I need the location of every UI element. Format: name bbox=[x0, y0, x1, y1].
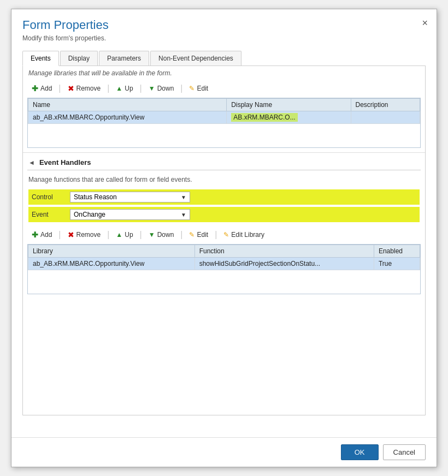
tab-parameters[interactable]: Parameters bbox=[99, 51, 149, 66]
event-select-value: OnChange bbox=[74, 211, 178, 218]
remove-icon: ✖ bbox=[68, 84, 74, 93]
event-row: Event OnChange ▼ bbox=[28, 207, 420, 222]
dialog-title: Form Properties bbox=[22, 18, 426, 32]
eh-col-enabled: Enabled bbox=[374, 245, 420, 258]
eh-edit-icon: ✎ bbox=[189, 231, 194, 239]
eh-grid-inner: Library Function Enabled ab_AB.xRM.MBARC… bbox=[28, 245, 420, 294]
libraries-toolbar: ✚ Add | ✖ Remove | ▲ Up | ▼ Down | bbox=[23, 79, 425, 98]
eh-divider bbox=[27, 170, 421, 170]
eh-down-button[interactable]: ▼ Down bbox=[144, 229, 179, 240]
dialog-body: Events Display Parameters Non-Event Depe… bbox=[11, 46, 437, 437]
eh-toolbar: ✚ Add | ✖ Remove | ▲ Up | ▼ Down | bbox=[23, 225, 425, 244]
eh-cell-enabled: True bbox=[374, 258, 420, 270]
event-handlers-header: ◄ Event Handlers bbox=[23, 152, 425, 170]
eh-edit-library-button[interactable]: ✎ Edit Library bbox=[219, 229, 269, 240]
eh-edit-button[interactable]: ✎ Edit bbox=[185, 229, 213, 240]
down-icon: ▼ bbox=[149, 85, 155, 92]
ok-button[interactable]: OK bbox=[341, 444, 379, 460]
cell-display-name: AB.xRM.MBARC.O... bbox=[227, 111, 351, 124]
dialog-subtitle: Modify this form's properties. bbox=[22, 34, 426, 42]
col-description: Description bbox=[351, 99, 420, 111]
control-label: Control bbox=[32, 193, 70, 201]
tab-content-events: Manage libraries that will be available … bbox=[22, 66, 426, 415]
add-icon: ✚ bbox=[32, 84, 38, 93]
event-label: Event bbox=[32, 211, 70, 218]
libraries-note: Manage libraries that will be available … bbox=[23, 66, 425, 79]
eh-sep1: | bbox=[58, 230, 61, 240]
libraries-remove-button[interactable]: ✖ Remove bbox=[63, 82, 105, 94]
control-select-arrow-icon: ▼ bbox=[181, 194, 186, 200]
libraries-table: Name Display Name Description ab_AB.xRM.… bbox=[28, 98, 420, 124]
eh-sep5: | bbox=[215, 230, 217, 240]
sep4: | bbox=[180, 84, 182, 93]
tab-non-event-dependencies[interactable]: Non-Event Dependencies bbox=[150, 51, 241, 66]
eh-remove-button[interactable]: ✖ Remove bbox=[63, 229, 105, 241]
cancel-button[interactable]: Cancel bbox=[383, 444, 426, 460]
eh-up-icon: ▲ bbox=[116, 231, 122, 239]
sep2: | bbox=[107, 84, 109, 93]
libraries-up-button[interactable]: ▲ Up bbox=[111, 83, 137, 94]
form-properties-dialog: Form Properties Modify this form's prope… bbox=[11, 9, 437, 467]
sep3: | bbox=[140, 84, 142, 93]
control-select[interactable]: Status Reason ▼ bbox=[70, 192, 190, 203]
libraries-grid-wrapper: Name Display Name Description ab_AB.xRM.… bbox=[27, 98, 421, 148]
eh-sep2: | bbox=[107, 230, 109, 240]
libraries-grid-inner: Name Display Name Description ab_AB.xRM.… bbox=[28, 98, 420, 147]
cell-description bbox=[351, 111, 420, 124]
col-display-name: Display Name bbox=[227, 99, 351, 111]
libraries-edit-button[interactable]: ✎ Edit bbox=[185, 83, 213, 94]
close-button[interactable]: × bbox=[422, 18, 428, 28]
display-name-highlight: AB.xRM.MBARC.O... bbox=[231, 113, 297, 122]
sep1: | bbox=[58, 84, 61, 93]
event-select-arrow-icon: ▼ bbox=[181, 212, 186, 218]
eh-grid-wrapper: Library Function Enabled ab_AB.xRM.MBARC… bbox=[27, 244, 421, 294]
control-row: Control Status Reason ▼ bbox=[28, 189, 420, 205]
control-select-value: Status Reason bbox=[74, 193, 178, 201]
tab-events[interactable]: Events bbox=[22, 51, 59, 66]
table-row[interactable]: ab_AB.xRM.MBARC.Opportunity.View AB.xRM.… bbox=[28, 111, 420, 124]
dialog-header: Form Properties Modify this form's prope… bbox=[11, 9, 437, 46]
cell-name: ab_AB.xRM.MBARC.Opportunity.View bbox=[28, 111, 227, 124]
eh-edit-library-icon: ✎ bbox=[223, 231, 229, 239]
eh-cell-library: ab_AB.xRM.MBARC.Opportunity.View bbox=[28, 258, 195, 270]
tab-display[interactable]: Display bbox=[60, 51, 98, 66]
col-name: Name bbox=[28, 99, 227, 111]
eh-up-button[interactable]: ▲ Up bbox=[111, 229, 137, 240]
eh-sep4: | bbox=[180, 230, 182, 240]
eh-cell-function: showHidSubGridProjectSectionOnStatu... bbox=[194, 258, 374, 270]
eh-description: Manage functions that are called for for… bbox=[23, 175, 425, 188]
up-icon: ▲ bbox=[116, 85, 122, 92]
event-handlers-title: Event Handlers bbox=[39, 158, 91, 166]
eh-col-library: Library bbox=[28, 245, 195, 258]
eh-down-icon: ▼ bbox=[149, 231, 155, 239]
eh-sep3: | bbox=[140, 230, 142, 240]
table-row[interactable]: ab_AB.xRM.MBARC.Opportunity.View showHid… bbox=[28, 258, 420, 270]
eh-table: Library Function Enabled ab_AB.xRM.MBARC… bbox=[28, 245, 420, 270]
eh-col-function: Function bbox=[194, 245, 374, 258]
dialog-footer: OK Cancel bbox=[11, 437, 437, 467]
libraries-down-button[interactable]: ▼ Down bbox=[144, 83, 179, 94]
tabs-bar: Events Display Parameters Non-Event Depe… bbox=[22, 51, 426, 66]
libraries-add-button[interactable]: ✚ Add bbox=[27, 82, 56, 94]
collapse-arrow-icon[interactable]: ◄ bbox=[28, 159, 35, 166]
event-select[interactable]: OnChange ▼ bbox=[70, 209, 190, 220]
eh-add-button[interactable]: ✚ Add bbox=[27, 229, 56, 241]
eh-add-icon: ✚ bbox=[32, 230, 38, 239]
eh-remove-icon: ✖ bbox=[68, 230, 74, 239]
edit-icon: ✎ bbox=[189, 85, 194, 92]
